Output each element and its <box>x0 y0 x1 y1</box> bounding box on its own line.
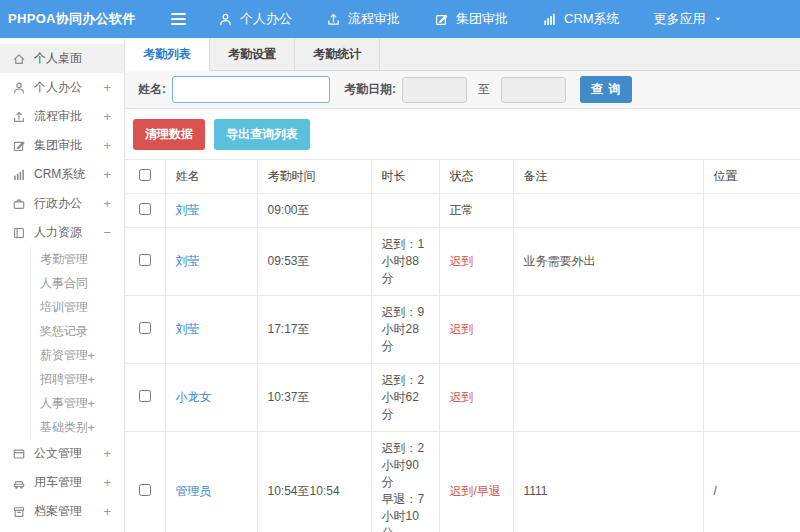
edit-icon <box>12 139 26 153</box>
sidebar: 个人桌面个人办公+流程审批+集团审批+CRM系统+行政办公+人力资源−考勤管理人… <box>0 38 125 532</box>
row-checkbox[interactable] <box>139 322 151 334</box>
attendance-time-cell: 17:17至 <box>257 296 371 364</box>
name-input[interactable] <box>172 76 330 103</box>
duration-line: 迟到：2小时90分 <box>382 440 429 491</box>
name-cell: 刘莹 <box>165 228 257 296</box>
attendance-table-wrap: 姓名考勤时间时长状态备注位置 刘莹09:00至正常刘莹09:53至迟到：1小时8… <box>125 159 800 532</box>
row-checkbox[interactable] <box>139 484 151 496</box>
sidebar-subitem-label: 基础类别设置 <box>40 419 87 436</box>
search-button[interactable]: 查 询 <box>580 76 632 103</box>
briefcase-icon <box>12 197 26 211</box>
row-checkbox[interactable] <box>139 390 151 402</box>
location-cell <box>703 228 800 296</box>
status-cell: 迟到 <box>439 228 513 296</box>
date-end-input[interactable] <box>501 77 566 103</box>
sidebar-subitem-personnel-contract[interactable]: 人事合同 <box>31 271 124 295</box>
sidebar-subitem-personnel-management[interactable]: 人事管理+ <box>31 391 124 415</box>
row-checkbox-cell <box>125 432 165 532</box>
date-start-input[interactable] <box>402 77 467 103</box>
sidebar-item-label: CRM系统 <box>34 166 103 183</box>
sidebar-submenu-human-resources: 考勤管理人事合同培训管理奖惩记录薪资管理+招聘管理+人事管理+基础类别设置+ <box>30 247 124 439</box>
sidebar-item-human-resources[interactable]: 人力资源− <box>0 218 124 247</box>
sidebar-item-label: 个人桌面 <box>34 50 111 67</box>
tab-bar: 考勤列表考勤设置考勤统计 <box>125 38 800 71</box>
sidebar-item-group-approval[interactable]: 集团审批+ <box>0 131 124 160</box>
sidebar-subitem-label: 招聘管理 <box>40 371 87 388</box>
employee-name-link[interactable]: 刘莹 <box>176 322 200 336</box>
sidebar-item-label: 公文管理 <box>34 445 103 462</box>
app-logo: PHPOA协同办公软件 <box>0 10 125 28</box>
tab-bar-filler <box>380 38 800 71</box>
topnav-item-group-approval[interactable]: 集团审批 <box>434 10 508 28</box>
plus-icon: + <box>103 447 111 460</box>
row-checkbox-cell <box>125 364 165 432</box>
plus-icon: + <box>103 110 111 123</box>
sidebar-item-personal-desktop[interactable]: 个人桌面 <box>0 44 124 73</box>
name-cell: 管理员 <box>165 432 257 532</box>
header-checkbox-cell <box>125 160 165 194</box>
sidebar-item-personal-office[interactable]: 个人办公+ <box>0 73 124 102</box>
sidebar-item-archive-management[interactable]: 档案管理+ <box>0 497 124 526</box>
sidebar-item-project-management[interactable]: 项目管理+ <box>0 526 124 532</box>
topnav-item-label: 集团审批 <box>456 10 508 28</box>
duration-line: 迟到：1小时88分 <box>382 236 429 287</box>
export-list-button[interactable]: 导出查询列表 <box>214 119 310 150</box>
duration-cell: 迟到：2小时90分早退：7小时10分 <box>371 432 439 532</box>
select-all-checkbox[interactable] <box>139 169 151 181</box>
sidebar-item-document-management[interactable]: 公文管理+ <box>0 439 124 468</box>
employee-name-link[interactable]: 管理员 <box>176 484 212 498</box>
menu-toggle-icon[interactable] <box>171 13 186 25</box>
employee-name-link[interactable]: 刘莹 <box>176 254 200 268</box>
plus-icon: + <box>103 81 111 94</box>
plus-icon: + <box>103 168 111 181</box>
row-checkbox-cell <box>125 194 165 228</box>
topnav-item-crm-system[interactable]: CRM系统 <box>542 10 620 28</box>
duration-cell: 迟到：1小时88分 <box>371 228 439 296</box>
chart-icon <box>12 168 26 182</box>
plus-icon: + <box>103 476 111 489</box>
sidebar-subitem-training-management[interactable]: 培训管理 <box>31 295 124 319</box>
tab-attendance-settings[interactable]: 考勤设置 <box>210 38 295 71</box>
home-icon <box>12 52 26 66</box>
row-checkbox[interactable] <box>139 254 151 266</box>
caret-down-icon <box>713 14 723 24</box>
tab-attendance-list[interactable]: 考勤列表 <box>125 38 210 71</box>
employee-name-link[interactable]: 小龙女 <box>176 390 212 404</box>
sidebar-subitem-label: 考勤管理 <box>40 251 95 268</box>
topnav-item-more-apps[interactable]: 更多应用 <box>654 10 723 28</box>
name-cell: 刘莹 <box>165 194 257 228</box>
duration-cell: 迟到：9小时28分 <box>371 296 439 364</box>
main-content: 考勤列表考勤设置考勤统计 姓名: 考勤日期: 至 查 询 清理数据 导出查询列表… <box>125 38 800 532</box>
sidebar-item-workflow-approval[interactable]: 流程审批+ <box>0 102 124 131</box>
top-navigation: 个人办公流程审批集团审批CRM系统更多应用 <box>218 10 723 28</box>
row-checkbox-cell <box>125 296 165 364</box>
flow-icon <box>12 110 26 124</box>
sidebar-subitem-label: 薪资管理 <box>40 347 87 364</box>
sidebar-item-label: 档案管理 <box>34 503 103 520</box>
column-header: 位置 <box>703 160 800 194</box>
sidebar-subitem-label: 奖惩记录 <box>40 323 95 340</box>
sidebar-subitem-recruitment-management[interactable]: 招聘管理+ <box>31 367 124 391</box>
sidebar-item-vehicle-management[interactable]: 用车管理+ <box>0 468 124 497</box>
sidebar-subitem-reward-punishment-records[interactable]: 奖惩记录 <box>31 319 124 343</box>
sidebar-subitem-salary-management[interactable]: 薪资管理+ <box>31 343 124 367</box>
duration-line: 迟到：2小时62分 <box>382 372 429 423</box>
topnav-item-workflow-approval[interactable]: 流程审批 <box>326 10 400 28</box>
duration-line: 迟到：9小时28分 <box>382 304 429 355</box>
sidebar-item-label: 行政办公 <box>34 195 103 212</box>
topnav-item-personal-office[interactable]: 个人办公 <box>218 10 292 28</box>
remark-cell <box>513 296 703 364</box>
sidebar-item-crm-system[interactable]: CRM系统+ <box>0 160 124 189</box>
action-bar: 清理数据 导出查询列表 <box>125 109 800 159</box>
duration-cell: 迟到：2小时62分 <box>371 364 439 432</box>
sidebar-item-label: 集团审批 <box>34 137 103 154</box>
employee-name-link[interactable]: 刘莹 <box>176 203 200 217</box>
sidebar-item-admin-office[interactable]: 行政办公+ <box>0 189 124 218</box>
sidebar-subitem-basic-category-settings[interactable]: 基础类别设置+ <box>31 415 124 439</box>
sidebar-item-label: 个人办公 <box>34 79 103 96</box>
row-checkbox[interactable] <box>139 203 151 215</box>
sidebar-subitem-attendance-management[interactable]: 考勤管理 <box>31 247 124 271</box>
tab-attendance-statistics[interactable]: 考勤统计 <box>295 38 380 71</box>
table-header-row: 姓名考勤时间时长状态备注位置 <box>125 160 800 194</box>
clean-data-button[interactable]: 清理数据 <box>133 119 205 150</box>
